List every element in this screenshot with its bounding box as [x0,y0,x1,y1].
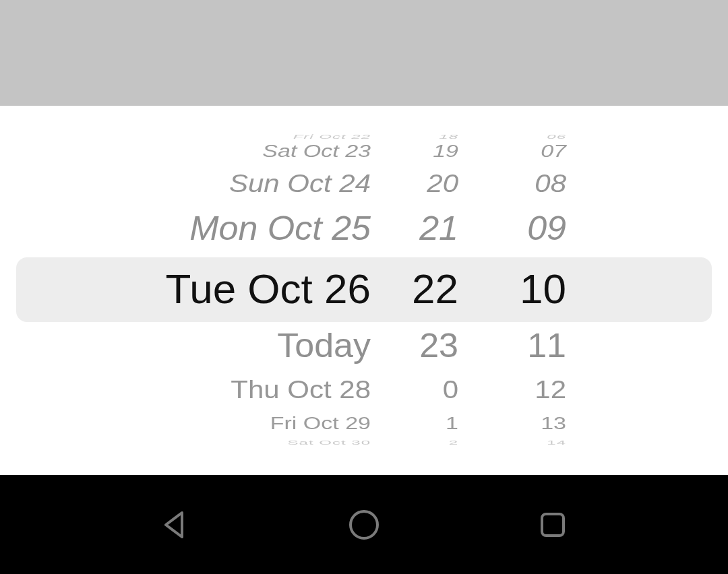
date-option[interactable]: Thu Oct 28 [231,376,371,404]
backdrop-overlay[interactable] [0,0,728,106]
minute-option[interactable]: 11 [527,327,566,365]
minute-option[interactable]: 12 [535,376,566,404]
minute-option[interactable]: 09 [527,210,566,248]
date-option[interactable]: Mon Oct 25 [189,210,371,248]
recent-apps-button[interactable] [529,501,576,548]
hour-option[interactable]: 1 [446,414,458,433]
android-navbar [0,475,728,574]
minute-wheel[interactable]: 06 07 08 09 10 11 12 13 14 [479,106,580,475]
back-icon [160,510,190,540]
date-option[interactable]: Today [277,327,371,365]
date-option[interactable]: Sun Oct 24 [229,170,371,198]
date-option[interactable]: Fri Oct 22 [293,133,371,140]
hour-option[interactable]: 20 [427,170,458,198]
date-wheel[interactable]: Fri Oct 22 Sat Oct 23 Sun Oct 24 Mon Oct… [0,106,377,475]
hour-wheel[interactable]: 18 19 20 21 22 23 0 1 2 [377,106,479,475]
hour-option[interactable]: 18 [439,133,458,140]
back-button[interactable] [152,501,199,548]
svg-rect-1 [542,514,564,536]
hour-option-selected[interactable]: 22 [412,265,458,313]
hour-option[interactable]: 21 [419,210,458,248]
minute-option[interactable]: 08 [535,170,566,198]
minute-option[interactable]: 14 [547,439,566,446]
home-icon [348,509,380,541]
svg-point-0 [351,511,377,538]
hour-option[interactable]: 23 [419,327,458,365]
hour-option[interactable]: 0 [443,376,458,404]
date-option-selected[interactable]: Tue Oct 26 [166,265,371,313]
minute-option[interactable]: 13 [541,414,566,433]
minute-option-selected[interactable]: 10 [520,265,566,313]
minute-option[interactable]: 06 [547,133,566,140]
minute-option[interactable]: 07 [541,141,566,161]
home-button[interactable] [340,501,388,548]
hour-option[interactable]: 2 [449,439,458,446]
recent-icon [538,510,568,540]
hour-option[interactable]: 19 [433,141,458,161]
date-option[interactable]: Sat Oct 23 [262,141,371,161]
datetime-picker: Fri Oct 22 Sat Oct 23 Sun Oct 24 Mon Oct… [0,106,728,475]
date-option[interactable]: Sat Oct 30 [288,439,371,446]
date-option[interactable]: Fri Oct 29 [270,414,371,433]
